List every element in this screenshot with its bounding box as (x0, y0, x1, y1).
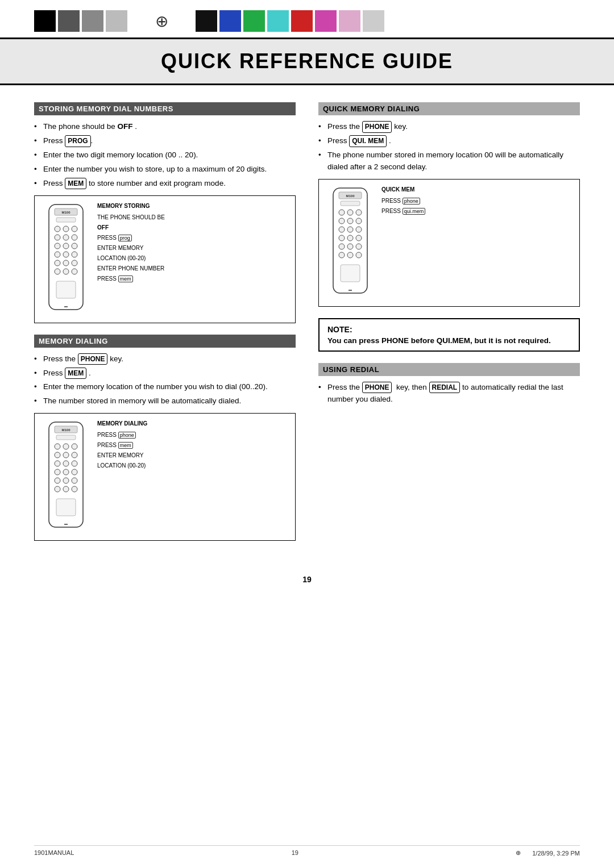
svg-point-15 (72, 252, 77, 257)
swatch-dark (196, 10, 217, 32)
svg-point-67 (339, 252, 345, 258)
phone-key-ur: PHONE (362, 382, 392, 394)
color-bar: ⊕ (0, 0, 614, 37)
md-bullet-4: The number stored in memory will be auto… (34, 395, 296, 407)
svg-point-20 (63, 269, 69, 274)
svg-point-14 (63, 252, 69, 257)
svg-point-55 (339, 218, 345, 224)
svg-point-37 (55, 469, 60, 475)
svg-point-9 (72, 235, 77, 240)
svg-rect-22 (56, 281, 76, 298)
svg-point-57 (356, 218, 362, 224)
prog-key: PROG (65, 135, 90, 147)
mem-key-store: MEM (65, 178, 86, 190)
phone-key-md: PHONE (78, 353, 108, 365)
memory-dialing-list: Press the PHONE key. Press MEM . Enter t… (34, 353, 296, 408)
remote-illustration-qm: M100 (325, 185, 376, 299)
swatch-black (34, 10, 56, 32)
svg-point-41 (63, 478, 69, 483)
md-line-location: LOCATION (00-20) (97, 461, 147, 470)
svg-point-11 (63, 243, 69, 249)
svg-point-6 (72, 226, 77, 232)
storing-bullet-5: Press MEM to store number and exit progr… (34, 178, 296, 190)
svg-point-4 (55, 226, 60, 232)
svg-point-60 (356, 227, 362, 232)
remote-svg-storing: M100 (40, 202, 92, 317)
qm-bullet-3: The phone number stored in memory locati… (318, 149, 580, 173)
svg-rect-3 (56, 218, 76, 222)
note-title: NOTE: (327, 325, 571, 334)
svg-point-32 (63, 452, 69, 458)
md-bullet-3: Enter the memory location of the number … (34, 381, 296, 393)
quick-memory-list: Press the PHONE key. Press QUI. MEM . Th… (318, 121, 580, 173)
diagram-storing-labels: MEMORY STORING THE PHONE SHOULD BE OFF P… (97, 202, 165, 285)
svg-point-17 (63, 260, 69, 266)
svg-point-21 (72, 269, 77, 274)
storing-line-press2: PRESS mem (97, 274, 165, 283)
swatch-gray1 (58, 10, 80, 32)
svg-point-45 (72, 486, 77, 492)
diagram-memory-dialing: M100 (34, 413, 296, 541)
svg-point-13 (55, 252, 60, 257)
swatch-gray3 (106, 10, 127, 32)
memory-dialing-header: MEMORY DIALING (34, 335, 296, 348)
diagram-qm-title: QUICK MEM (381, 185, 425, 194)
remote-illustration-md: M100 (40, 419, 92, 533)
storing-line-press1: PRESS prog (97, 233, 165, 243)
svg-point-66 (356, 244, 362, 249)
color-swatches-right (196, 10, 384, 32)
swatch-magenta (315, 10, 337, 32)
storing-line-enter-phone: ENTER PHONE NUMBER (97, 264, 165, 273)
page-title: QUICK REFERENCE GUIDE (34, 49, 580, 73)
note-box: NOTE: You can press PHONE before QUI.MEM… (318, 318, 580, 352)
svg-rect-70 (341, 265, 360, 282)
svg-point-61 (339, 235, 345, 241)
svg-point-40 (55, 478, 60, 483)
swatch-pink (339, 10, 360, 32)
using-redial-list: Press the PHONE key, then REDIAL to auto… (318, 382, 580, 406)
diagram-quick-mem: M100 (318, 179, 580, 307)
footer-left: 1901MANUAL (34, 849, 74, 857)
swatch-red (291, 10, 313, 32)
section-storing-memory: STORING MEMORY DIAL NUMBERS The phone sh… (34, 102, 296, 323)
md-line-enter: ENTER MEMORY (97, 451, 147, 460)
qm-line-press1: PRESS phone (381, 197, 425, 206)
storing-line-off: OFF (97, 223, 165, 232)
swatch-blue (219, 10, 241, 32)
diagram-qm-labels: QUICK MEM PRESS phone PRESS qui.mem (381, 185, 425, 217)
crosshair-area: ⊕ (127, 12, 196, 31)
qm-line-press2: PRESS qui.mem (381, 207, 425, 216)
svg-point-34 (55, 461, 60, 466)
section-using-redial: USING REDIAL Press the PHONE key, then R… (318, 363, 580, 406)
svg-point-62 (347, 235, 353, 241)
diagram-md-labels: MEMORY DIALING PRESS phone PRESS mem ENT… (97, 419, 147, 471)
black-swatches (34, 10, 127, 32)
quick-memory-header: QUICK MEMORY DIALING (318, 102, 580, 115)
svg-point-38 (63, 469, 69, 475)
svg-point-28 (55, 444, 60, 449)
storing-line-enter-mem: ENTER MEMORY (97, 244, 165, 253)
svg-point-58 (339, 227, 345, 232)
svg-point-19 (55, 269, 60, 274)
section-memory-dialing: MEMORY DIALING Press the PHONE key. Pres… (34, 335, 296, 541)
svg-point-39 (72, 469, 77, 475)
redial-key: REDIAL (429, 382, 460, 394)
svg-text:M100: M100 (61, 211, 70, 214)
md-bullet-2: Press MEM . (34, 368, 296, 379)
svg-point-8 (63, 235, 69, 240)
swatch-lightgray (363, 10, 384, 32)
svg-point-63 (356, 235, 362, 241)
svg-point-59 (347, 227, 353, 232)
using-redial-header: USING REDIAL (318, 363, 580, 376)
svg-point-29 (63, 444, 69, 449)
svg-point-36 (72, 461, 77, 466)
qm-bullet-2: Press QUI. MEM . (318, 135, 580, 147)
storing-memory-header: STORING MEMORY DIAL NUMBERS (34, 102, 296, 115)
svg-point-69 (356, 252, 362, 258)
phone-key-qm: PHONE (362, 121, 392, 133)
qm-bullet-1: Press the PHONE key. (318, 121, 580, 133)
qui-mem-key: QUI. MEM (349, 135, 387, 147)
svg-point-43 (55, 486, 60, 492)
svg-point-54 (356, 210, 362, 215)
storing-line-location: LOCATION (00-20) (97, 254, 165, 263)
